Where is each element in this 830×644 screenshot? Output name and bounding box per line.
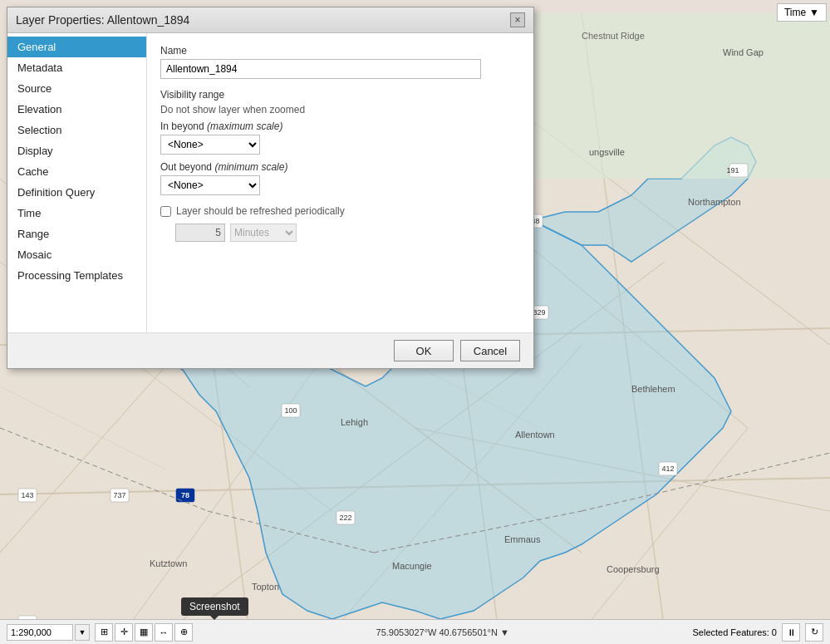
- svg-text:222: 222: [339, 514, 351, 522]
- svg-text:191: 191: [726, 166, 739, 175]
- out-beyond-label: Out beyond (minimum scale): [160, 161, 520, 173]
- svg-text:737: 737: [113, 491, 125, 499]
- svg-text:Macungie: Macungie: [392, 561, 432, 571]
- in-beyond-section: In beyond (maximum scale) <None>: [160, 120, 520, 155]
- svg-text:Bethlehem: Bethlehem: [631, 384, 675, 394]
- visibility-sub-label: Do not show layer when zoomed: [160, 104, 520, 116]
- scale-input[interactable]: [7, 624, 73, 641]
- sidebar-item-cache[interactable]: Cache: [7, 161, 146, 182]
- sidebar-item-range[interactable]: Range: [7, 224, 146, 244]
- dialog-title: Layer Properties: Allentown_1894: [16, 13, 189, 27]
- tool-button-5[interactable]: ⊕: [174, 623, 193, 642]
- toolbar-tools: ⊞ ✛ ▦ ↔ ⊕: [95, 623, 193, 642]
- time-dropdown-icon: ▼: [809, 7, 819, 18]
- svg-text:Kutztown: Kutztown: [150, 558, 187, 568]
- name-field-row: Name: [160, 45, 520, 79]
- coords-text: 75.9053027°W 40.6756501°N: [376, 627, 498, 637]
- name-label: Name: [160, 45, 520, 57]
- sidebar-item-elevation[interactable]: Elevation: [7, 99, 146, 120]
- sidebar-item-processing-templates[interactable]: Processing Templates: [7, 265, 146, 286]
- svg-text:Northampton: Northampton: [688, 197, 741, 207]
- layer-properties-dialog[interactable]: Layer Properties: Allentown_1894 × Gener…: [7, 7, 534, 369]
- in-beyond-label: In beyond (maximum scale): [160, 120, 520, 132]
- selected-features-text: Selected Features: 0: [692, 627, 777, 637]
- svg-rect-21: [532, 12, 830, 179]
- tool-button-1[interactable]: ⊞: [95, 623, 113, 642]
- status-bar: ▼ ⊞ ✛ ▦ ↔ ⊕ 75.9053027°W 40.6756501°N ▼ …: [0, 619, 830, 644]
- sidebar-item-general[interactable]: General: [7, 37, 146, 57]
- refresh-checkbox-row: Layer should be refreshed periodically: [160, 205, 520, 217]
- refresh-unit-select[interactable]: Minutes Seconds Hours: [230, 224, 297, 242]
- visibility-range-label: Visibility range: [160, 89, 520, 101]
- sidebar-item-display[interactable]: Display: [7, 140, 146, 161]
- ok-button[interactable]: OK: [394, 340, 454, 361]
- svg-text:Chestnut Ridge: Chestnut Ridge: [582, 31, 645, 41]
- svg-text:412: 412: [661, 465, 674, 473]
- svg-text:143: 143: [21, 491, 33, 499]
- tool-button-4[interactable]: ↔: [155, 623, 173, 642]
- svg-text:Coopersburg: Coopersburg: [607, 564, 660, 574]
- dialog-body: General Metadata Source Elevation Select…: [7, 33, 533, 332]
- dialog-titlebar: Layer Properties: Allentown_1894 ×: [7, 7, 533, 33]
- in-beyond-select[interactable]: <None>: [160, 135, 260, 155]
- svg-text:Lehigh: Lehigh: [341, 417, 368, 427]
- time-button[interactable]: Time ▼: [777, 3, 827, 22]
- status-right-section: Selected Features: 0 ⏸ ↻: [692, 623, 823, 642]
- scale-dropdown-button[interactable]: ▼: [75, 624, 90, 641]
- svg-text:Wind Gap: Wind Gap: [723, 47, 764, 57]
- dialog-close-button[interactable]: ×: [510, 12, 525, 27]
- svg-text:Topton: Topton: [252, 582, 279, 592]
- cancel-button[interactable]: Cancel: [460, 340, 520, 361]
- refresh-checkbox-label: Layer should be refreshed periodically: [176, 205, 345, 217]
- sidebar-item-selection[interactable]: Selection: [7, 120, 146, 140]
- sidebar-item-definition-query[interactable]: Definition Query: [7, 182, 146, 203]
- svg-text:100: 100: [284, 406, 297, 415]
- refresh-interval-row: Minutes Seconds Hours: [175, 224, 520, 242]
- pause-button[interactable]: ⏸: [782, 623, 800, 642]
- sidebar-item-metadata[interactable]: Metadata: [7, 57, 146, 78]
- name-input[interactable]: [160, 59, 481, 79]
- dialog-sidebar: General Metadata Source Elevation Select…: [7, 33, 147, 332]
- svg-text:Emmaus: Emmaus: [504, 534, 541, 544]
- refresh-interval-input[interactable]: [175, 224, 225, 242]
- svg-text:Allentown: Allentown: [515, 430, 555, 440]
- tool-button-2[interactable]: ✛: [115, 623, 133, 642]
- out-beyond-italic: (minimum scale): [214, 161, 287, 173]
- refresh-map-button[interactable]: ↻: [805, 623, 823, 642]
- sidebar-item-mosaic[interactable]: Mosaic: [7, 244, 146, 265]
- tool-button-3[interactable]: ▦: [135, 623, 153, 642]
- time-label: Time: [784, 7, 806, 18]
- refresh-checkbox[interactable]: [160, 206, 171, 217]
- out-beyond-section: Out beyond (minimum scale) <None>: [160, 161, 520, 195]
- svg-text:78: 78: [181, 491, 189, 499]
- svg-text:329: 329: [533, 308, 545, 317]
- visibility-range-row: Visibility range Do not show layer when …: [160, 89, 520, 195]
- dialog-footer: OK Cancel: [7, 332, 533, 368]
- sidebar-item-time[interactable]: Time: [7, 203, 146, 224]
- scale-section: ▼: [7, 624, 90, 641]
- coords-dropdown-icon[interactable]: ▼: [500, 627, 509, 637]
- screenshot-tooltip: Screenshot: [181, 597, 248, 616]
- coordinates-display: 75.9053027°W 40.6756501°N ▼: [198, 627, 687, 637]
- dialog-content: Name Visibility range Do not show layer …: [147, 33, 533, 332]
- sidebar-item-source[interactable]: Source: [7, 78, 146, 99]
- out-beyond-select[interactable]: <None>: [160, 175, 260, 195]
- in-beyond-italic: (maximum scale): [207, 120, 282, 132]
- svg-text:ungsville: ungsville: [589, 147, 625, 157]
